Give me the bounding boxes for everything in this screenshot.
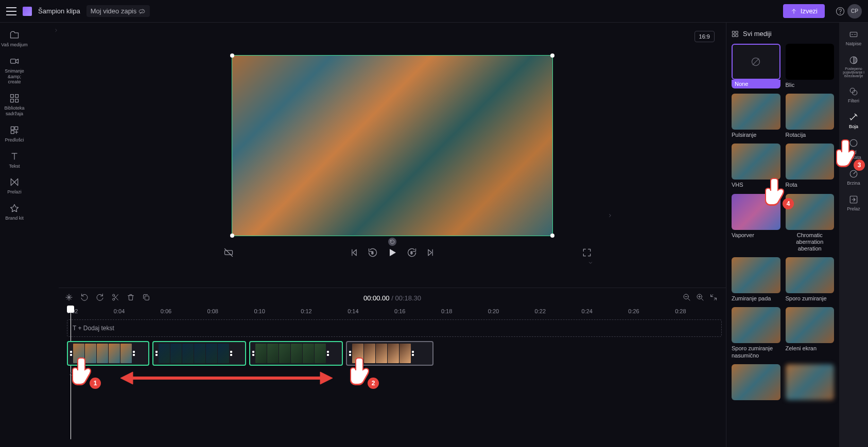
text-icon: [9, 151, 20, 162]
split-button[interactable]: [111, 293, 119, 303]
time-ruler[interactable]: 0:02 0:04 0:06 0:08 0:10 0:12 0:14 0:16 …: [67, 308, 722, 319]
none-icon: [751, 57, 761, 67]
wand-icon: [849, 113, 858, 122]
play-button[interactable]: [386, 246, 398, 260]
effect-item-rota[interactable]: Rota: [786, 144, 835, 188]
video-clip[interactable]: [152, 341, 246, 366]
preview-canvas[interactable]: [232, 55, 553, 236]
svg-rect-20: [733, 34, 735, 37]
svg-rect-15: [145, 296, 149, 300]
captions-icon: [849, 30, 858, 39]
effect-item-zoom-drop[interactable]: Zumiranje pada: [732, 257, 780, 302]
fit-button[interactable]: [709, 293, 718, 303]
upload-icon: [790, 8, 797, 15]
rewind-button[interactable]: 5: [368, 247, 378, 259]
sidebar-item-templates[interactable]: Predlošci: [5, 125, 24, 143]
tutorial-hand-3: 3: [831, 134, 862, 170]
resize-handle[interactable]: [230, 53, 234, 58]
help-icon[interactable]: [833, 4, 847, 19]
resize-handle[interactable]: [550, 53, 554, 58]
sidebar-item-brandkit[interactable]: Brand kit: [5, 203, 24, 221]
effect-item-pulsiranje[interactable]: Pulsiranje: [732, 94, 780, 138]
zoom-in-button[interactable]: [696, 293, 704, 303]
effect-thumb: [732, 44, 780, 80]
undo-button[interactable]: [80, 293, 89, 303]
svg-rect-5: [11, 99, 14, 102]
effect-item[interactable]: [786, 364, 835, 400]
effect-item-slow-zoom[interactable]: Sporo zumiranje: [786, 257, 835, 302]
svg-rect-18: [733, 31, 735, 33]
timeline: 00:00.00 / 00:18.30 0:02 0:04 0:06 0:08 …: [59, 288, 726, 447]
library-icon: [9, 93, 20, 103]
grid-icon: [732, 30, 739, 38]
video-clip[interactable]: [249, 341, 343, 366]
folder-icon: [9, 30, 20, 40]
rail-item-filters[interactable]: Filteri: [848, 87, 859, 103]
rail-item-speed[interactable]: Brzina: [847, 169, 860, 186]
project-name-input[interactable]: Moj video zapis: [86, 5, 150, 17]
effects-panel: Svi mediji None Blic Pulsiranje Rotacija…: [726, 23, 839, 447]
delete-button[interactable]: [127, 293, 135, 303]
expand-right-panel-icon[interactable]: [607, 212, 613, 221]
svg-rect-19: [736, 31, 738, 33]
rail-item-color[interactable]: Boja: [849, 113, 858, 129]
tracks-area: T + Dodaj tekst: [67, 319, 722, 378]
transitions-icon: [9, 177, 20, 187]
effects-grid: None Blic Pulsiranje Rotacija VHS Rota V…: [732, 44, 834, 400]
sidebar-item-record[interactable]: Snimanje &amp; create: [0, 56, 29, 85]
tutorial-arrow-horizontal: [118, 370, 335, 387]
filters-icon: [849, 87, 858, 96]
fade-icon: [849, 56, 858, 65]
sidebar-item-your-media[interactable]: Vaš medijum: [1, 30, 27, 48]
left-sidebar: Vaš medijum Snimanje &amp; create Biblio…: [0, 23, 29, 447]
effect-item-none[interactable]: None: [732, 44, 780, 88]
export-button[interactable]: Izvezi: [783, 4, 825, 18]
sidebar-item-content-library[interactable]: Biblioteka sadržaja: [4, 93, 24, 117]
transition-icon: [849, 195, 858, 204]
duplicate-button[interactable]: [142, 293, 150, 303]
svg-rect-6: [15, 99, 19, 102]
aspect-ratio-button[interactable]: 16:9: [695, 31, 715, 42]
svg-rect-4: [15, 95, 19, 98]
svg-rect-9: [11, 131, 14, 134]
svg-text:5: 5: [372, 251, 374, 255]
tutorial-hand-2: 2: [345, 352, 376, 388]
time-display: 00:00.00 / 00:18.30: [363, 294, 421, 302]
redo-button[interactable]: [96, 293, 104, 303]
rail-item-transition[interactable]: Prelaz: [847, 195, 860, 211]
sparkle-icon[interactable]: [65, 293, 73, 303]
svg-rect-8: [15, 127, 18, 130]
fullscreen-button[interactable]: [582, 247, 592, 259]
effect-item-green-screen[interactable]: Zeleni ekran: [786, 307, 835, 359]
user-avatar[interactable]: CP: [847, 4, 862, 19]
preview-area: 16:9 5 5: [59, 23, 726, 288]
effect-item-rotacija[interactable]: Rotacija: [786, 94, 835, 138]
rail-item-fade[interactable]: Postepeno pojavljivanje i iščezavanje: [839, 56, 868, 78]
sidebar-item-transitions[interactable]: Prelazi: [7, 177, 22, 195]
speed-icon: [849, 169, 858, 178]
next-frame-button[interactable]: [425, 247, 436, 259]
zoom-out-button[interactable]: [683, 293, 691, 303]
svg-point-1: [840, 13, 841, 14]
svg-rect-7: [11, 127, 14, 130]
templates-icon: [9, 125, 20, 135]
expand-left-icon[interactable]: [54, 27, 59, 443]
effect-item[interactable]: [732, 364, 780, 400]
app-logo: [23, 7, 32, 16]
svg-rect-21: [736, 34, 738, 37]
hide-bars-icon[interactable]: [223, 247, 234, 259]
prev-frame-button[interactable]: [349, 247, 359, 259]
collapse-preview-icon[interactable]: [587, 260, 594, 267]
rail-item-captions[interactable]: Natpise: [846, 30, 862, 46]
timeline-toolbar: 00:00.00 / 00:18.30: [63, 288, 722, 308]
svg-rect-3: [11, 95, 14, 98]
forward-button[interactable]: 5: [407, 247, 417, 259]
effect-item-blic[interactable]: Blic: [786, 44, 835, 88]
video-track: [67, 341, 722, 366]
menu-button[interactable]: [6, 7, 16, 15]
effects-panel-title: Svi mediji: [732, 30, 834, 38]
effect-item-slow-zoom-random[interactable]: Sporo zumiranje nasumično: [732, 307, 780, 359]
tutorial-hand-4: 4: [760, 172, 791, 208]
sidebar-item-text[interactable]: Tekst: [9, 151, 20, 169]
text-track-add[interactable]: T + Dodaj tekst: [67, 319, 722, 337]
